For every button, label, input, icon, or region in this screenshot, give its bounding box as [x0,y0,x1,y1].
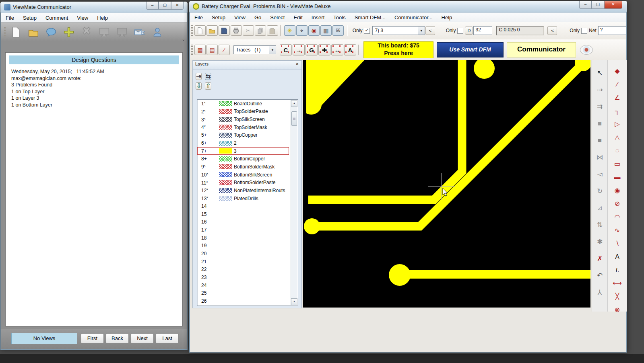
rect-outline-icon[interactable]: ▭ [611,158,624,170]
measure-ruler-toggle-button[interactable]: 66 [332,25,344,36]
pad-grid-button[interactable]: ▦ [194,45,206,55]
curve-icon[interactable]: ∿ [611,224,624,236]
layer-row-empty[interactable]: 18 [197,234,298,242]
layer-merge-button[interactable]: ⇥ [196,73,202,80]
layer-row-topcopper[interactable]: 5+TopCopper [197,131,298,139]
swatch-light-icon[interactable]: ■ [593,132,606,148]
close-icon[interactable]: ✕ [295,62,299,69]
menu-help[interactable]: Help [93,14,112,22]
layer-row-bottomsoldermask[interactable]: 9xBottomSolderMask [197,163,298,171]
triangle-icon[interactable]: △ [611,131,624,144]
eye-icon[interactable] [580,45,593,55]
arrow-tool-button[interactable]: → [293,44,305,55]
gerber-tool-button[interactable]: G [305,44,318,55]
component-pins-toggle-button[interactable]: ⌖ [296,25,308,36]
menu-help[interactable]: Help [437,13,457,22]
flip-icon[interactable]: ◅ [593,166,606,182]
circle-x-icon[interactable]: ⊗ [611,304,624,316]
only-layer-checkbox[interactable] [364,28,370,34]
close-button[interactable]: ✕ [604,1,622,9]
menu-comment[interactable]: Comment [41,14,72,22]
layer-film-toggle-button[interactable]: ▥ [320,25,332,36]
layer-row-empty[interactable]: 17 [197,226,298,234]
menu-view[interactable]: View [72,14,93,22]
dashed-circle-icon[interactable]: ◌ [611,144,624,157]
mirror-icon[interactable]: ⋈ [593,149,606,165]
layers-panel-titlebar[interactable]: Layers ✕ [193,61,301,70]
flash-pad-icon[interactable]: ◆ [611,65,624,77]
layer-order-button[interactable]: ▤ [206,45,218,55]
layer-row-nonplatedinternalrouts[interactable]: 12xNonPlatedInternalRouts [197,187,298,195]
add-comment-icon[interactable] [60,24,77,40]
save-file-icon[interactable] [219,25,230,36]
layer-row-3[interactable]: 7+3 [197,147,289,155]
send-mail-icon[interactable] [131,24,148,40]
layer-row-bottomsolderpaste[interactable]: 11xBottomSolderPaste [197,178,298,187]
layer-row-topsoldermask[interactable]: 4xTopSolderMask [197,123,298,131]
ellipse-icon[interactable]: ⊘ [611,197,624,210]
communicator-launch-button[interactable]: Communicator [507,42,576,57]
menu-file[interactable]: File [1,14,19,22]
pcb-canvas[interactable] [303,60,590,308]
close-button[interactable]: ✕ [171,2,184,10]
convert-flash-to-draw-icon[interactable]: ⇉ [593,98,606,115]
menu-setup[interactable]: Setup [19,14,41,22]
chevron-down-icon[interactable]: ▼ [418,27,425,35]
layer-row-2[interactable]: 6+2 [197,139,298,147]
board-price-banner-button[interactable]: This board: $75 Press here [363,41,433,58]
dcode-button[interactable]: D [465,27,473,35]
layer-row-empty[interactable]: 19 [197,242,298,250]
rect-filled-icon[interactable]: ▬ [611,171,624,183]
net-input[interactable]: ? [598,26,626,35]
toolbar-grip[interactable] [191,25,193,36]
draw-line-button[interactable]: ∕ [219,45,230,55]
previous-layer-button[interactable]: < [425,26,435,35]
branch-icon[interactable]: ⅄ [593,284,606,300]
layer-row-topsolderpaste[interactable]: 2xTopSolderPaste [197,108,298,116]
strike-line-icon[interactable]: ╳ [611,290,624,303]
menu-select[interactable]: Select [266,13,289,22]
no-views-button[interactable]: No Views [11,333,77,344]
layer-row-empty[interactable]: 20 [197,250,298,258]
flash-highlight-toggle-button[interactable]: ✳ [284,25,295,36]
layer-row-empty[interactable]: 22 [197,265,298,273]
menu-file[interactable]: File [190,13,207,22]
new-file-icon[interactable] [194,25,206,36]
menu-go[interactable]: Go [250,13,266,22]
scroll-up-icon[interactable]: ▲ [291,100,297,107]
minimize-button[interactable]: – [579,1,592,9]
toolbar-grip[interactable] [4,27,6,37]
verify-cross-icon[interactable]: ✗ [593,250,606,267]
first-button[interactable]: First [81,333,104,344]
layer-row-empty[interactable]: 16 [197,218,298,226]
menu-edit[interactable]: Edit [289,13,307,22]
menu-tools[interactable]: Tools [329,13,350,22]
text-tool-button[interactable]: A [344,44,356,55]
layer-row-empty[interactable]: 21 [197,258,298,266]
mode-select-combo[interactable]: Traces (T) ▼ [233,45,276,54]
next-button[interactable]: Next [131,333,154,344]
layer-row-empty[interactable]: 23 [197,273,298,281]
layer-row-plateddrills[interactable]: 13xPlatedDrills [197,195,298,203]
layer-row-empty[interactable]: 25 [197,289,298,297]
arc-icon[interactable]: ◠ [611,211,624,223]
dcode-input[interactable]: 32 [473,26,492,35]
previous-dcode-button[interactable]: < [547,26,557,35]
maximize-button[interactable]: ▢ [592,1,604,9]
layer-move-down-button[interactable]: ⇩ [196,82,202,90]
text-a-icon[interactable]: A [611,250,624,263]
print-icon[interactable] [231,25,242,36]
open-file-icon[interactable] [206,25,218,36]
comments-icon[interactable] [43,24,60,40]
only-dcode-checkbox[interactable] [457,28,463,34]
layer-row-bottomsilkscreen[interactable]: 10xBottomSilkScreen [197,171,298,179]
rotate-icon[interactable]: ↻ [593,183,606,199]
new-comment-document-icon[interactable] [7,24,24,40]
scroll-down-icon[interactable]: ▼ [291,298,297,305]
toolbar-grip[interactable] [191,45,193,55]
layer-row-empty[interactable]: 26 [197,297,298,305]
maximize-button[interactable]: ▢ [159,2,171,10]
settings-gear-icon[interactable]: ✱ [593,234,606,250]
stretch-tool-button[interactable]: ↔ [331,44,343,55]
layer-swap-button[interactable]: ⇆ [205,73,211,80]
